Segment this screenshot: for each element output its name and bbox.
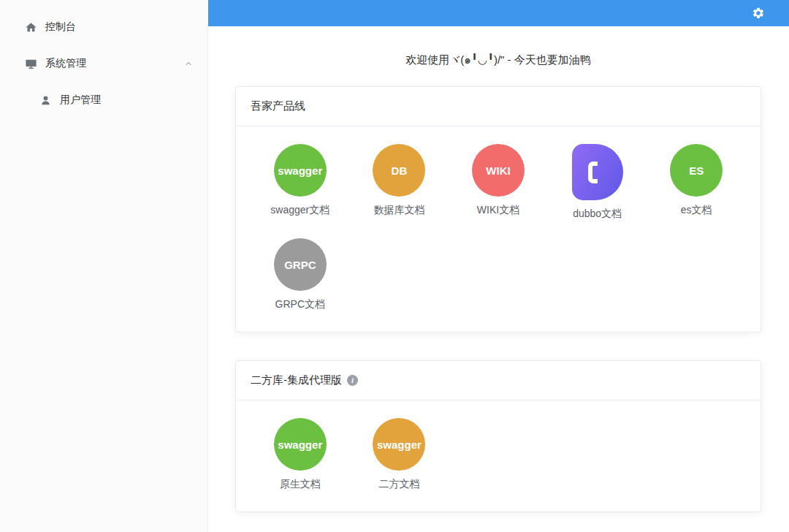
topbar: [208, 0, 789, 26]
product-badge: [572, 144, 623, 200]
product-badge: GRPC: [274, 238, 327, 291]
product-label: 原生文档: [280, 478, 321, 491]
info-icon[interactable]: i: [347, 375, 358, 386]
chevron-up-icon: [184, 59, 193, 68]
card-title-text: 吾家产品线: [251, 99, 305, 113]
card-title: 二方库-集成代理版i: [236, 361, 761, 400]
product-item[interactable]: dubbo文档: [548, 144, 647, 221]
sidebar-item-system-management[interactable]: 系统管理: [0, 45, 207, 82]
sidebar-item-user-management[interactable]: 用户管理: [0, 82, 207, 118]
product-badge: swagger: [274, 418, 327, 471]
product-item[interactable]: swagger二方文档: [350, 418, 449, 491]
sidebar-item-label: 控制台: [45, 20, 76, 34]
welcome-text: 欢迎使用ヾ(๑╹◡╹)/" - 今天也要加油鸭: [235, 51, 761, 69]
product-label: dubbo文档: [573, 208, 622, 221]
product-label: WIKI文档: [477, 204, 519, 217]
product-item[interactable]: ESes文档: [647, 144, 746, 221]
product-badge: swagger: [274, 144, 327, 197]
product-label: es文档: [681, 204, 712, 217]
product-badge: DB: [373, 144, 425, 197]
product-label: 数据库文档: [373, 204, 424, 217]
product-badge: ES: [670, 144, 723, 197]
product-item[interactable]: GRPCGRPC文档: [251, 238, 350, 311]
monitor-icon: [25, 58, 37, 70]
sidebar-item-label: 系统管理: [45, 57, 86, 70]
home-icon: [25, 21, 37, 34]
content: 欢迎使用ヾ(๑╹◡╹)/" - 今天也要加油鸭 吾家产品线swaggerswag…: [208, 26, 789, 532]
sidebar: 控制台系统管理用户管理: [0, 0, 208, 532]
product-label: 二方文档: [378, 478, 419, 491]
product-label: GRPC文档: [275, 298, 325, 311]
sidebar-nav: 控制台系统管理用户管理: [0, 9, 207, 118]
product-item[interactable]: DB数据库文档: [350, 144, 449, 221]
sidebar-item-console[interactable]: 控制台: [0, 9, 207, 45]
product-item[interactable]: swagger原生文档: [251, 418, 350, 491]
card-body: swagger原生文档swagger二方文档: [236, 400, 761, 512]
product-label: swagger文档: [270, 204, 329, 217]
card-1: 二方库-集成代理版iswagger原生文档swagger二方文档: [235, 360, 761, 512]
card-body: swaggerswagger文档DB数据库文档WIKIWIKI文档dubbo文档…: [236, 126, 761, 332]
product-badge: swagger: [373, 418, 425, 471]
product-item[interactable]: WIKIWIKI文档: [449, 144, 548, 221]
user-icon: [39, 94, 52, 107]
card-title-text: 二方库-集成代理版: [251, 373, 342, 387]
gear-icon[interactable]: [752, 7, 765, 20]
main-area: 欢迎使用ヾ(๑╹◡╹)/" - 今天也要加油鸭 吾家产品线swaggerswag…: [208, 0, 789, 532]
product-item[interactable]: swaggerswagger文档: [251, 144, 350, 221]
bracket-glyph: [588, 162, 598, 183]
card-title: 吾家产品线: [236, 87, 761, 126]
sidebar-item-label: 用户管理: [60, 94, 101, 107]
cards-root: 吾家产品线swaggerswagger文档DB数据库文档WIKIWIKI文档du…: [235, 86, 761, 512]
product-badge: WIKI: [472, 144, 525, 197]
card-0: 吾家产品线swaggerswagger文档DB数据库文档WIKIWIKI文档du…: [235, 86, 761, 332]
